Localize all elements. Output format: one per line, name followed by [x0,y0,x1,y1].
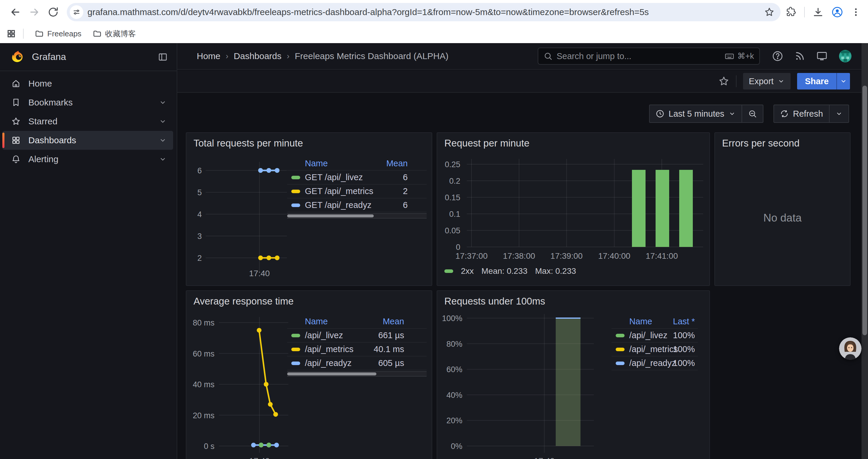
time-range-picker[interactable]: Last 5 minutes [650,105,742,122]
column-header-name[interactable]: Name [305,317,363,326]
site-settings-icon[interactable] [70,5,83,19]
series-swatch [291,348,300,351]
panel-title[interactable]: Request per minute [444,138,529,149]
user-avatar[interactable] [838,49,852,63]
browser-toolbar: grafana.mathmast.com/d/deytv4rwavabkb/fr… [0,0,868,24]
series-mean: 2 [382,186,427,196]
zoom-out-button[interactable] [742,105,763,122]
panel-title[interactable]: Requests under 100ms [444,296,545,307]
series-name[interactable]: /api/_metrics [629,345,665,354]
legend-series-name[interactable]: 2xx [461,266,474,276]
share-button[interactable]: Share [797,73,836,90]
panel-title[interactable]: Average response time [193,296,294,307]
series-swatch [291,190,300,193]
table-row: /api/_readyz 605 µs 620 µs [287,357,427,370]
svg-text:0 s: 0 s [204,442,215,451]
star-dashboard-icon[interactable] [718,76,730,87]
chevron-down-icon [836,110,843,117]
forward-button[interactable] [25,3,44,22]
share-menu-button[interactable] [836,73,850,90]
back-button[interactable] [6,3,25,22]
extensions-icon[interactable] [786,7,797,18]
help-icon[interactable] [772,50,783,62]
series-name[interactable]: GET /api/_livez [305,172,382,182]
svg-text:2: 2 [197,254,202,263]
column-header-name[interactable]: Name [629,317,665,326]
apps-grid-icon[interactable] [6,29,16,38]
page-scrollbar[interactable] [862,43,868,459]
url-text[interactable]: grafana.mathmast.com/d/deytv4rwavabkb/fr… [88,7,764,17]
svg-text:17:40: 17:40 [249,269,270,278]
svg-text:20 ms: 20 ms [193,411,215,420]
series-mean: 661 µs [363,330,404,340]
series-name[interactable]: /api/_livez [629,330,665,340]
bookmark-star-icon[interactable] [764,7,775,18]
bookmarks-bar: Freeleaps 收藏博客 [0,24,868,43]
scrollbar-thumb[interactable] [862,86,867,335]
svg-text:80 ms: 80 ms [193,319,215,327]
refresh-label: Refresh [793,109,823,119]
bookmark-folder-freeleaps[interactable]: Freeleaps [31,27,86,41]
series-name[interactable]: GET /api/_readyz [305,200,382,210]
svg-text:40%: 40% [446,391,462,400]
star-icon [11,117,21,126]
search-input[interactable]: Search or jump to... ⌘+k [538,47,760,65]
dashboard-actions: Export Share [177,70,868,93]
sidebar-item-bookmarks[interactable]: Bookmarks [2,93,173,112]
legend-max: Max: 0.233 [535,266,576,276]
series-name[interactable]: /api/_livez [305,330,363,340]
refresh-interval-button[interactable] [829,105,848,122]
browser-menu-icon[interactable] [851,7,861,17]
chevron-down-icon[interactable] [159,99,167,106]
sidebar-item-home[interactable]: Home [2,74,173,93]
legend-mean: Mean: 0.233 [482,266,528,276]
profile-icon[interactable] [831,6,843,18]
chevron-down-icon[interactable] [159,136,167,144]
sidebar-toggle-icon[interactable] [158,52,168,62]
series-name[interactable]: GET /api/_metrics [305,186,382,196]
svg-text:20%: 20% [446,416,462,425]
news-rss-icon[interactable] [794,51,805,62]
sidebar-item-label: Alerting [28,154,159,164]
breadcrumb-home[interactable]: Home [197,51,220,61]
panel-title[interactable]: Total requests per minute [193,138,303,149]
no-data-message: No data [715,133,850,285]
bookmark-folder-blogs[interactable]: 收藏博客 [89,26,140,41]
reload-icon [48,6,59,18]
svg-text:17:41:00: 17:41:00 [646,251,678,261]
table-scrollbar[interactable] [287,213,427,219]
bookmark-label: Freeleaps [47,29,82,38]
column-header-last[interactable]: Last * [665,317,698,326]
chevron-down-icon[interactable] [159,118,167,125]
table-scrollbar[interactable] [287,371,427,376]
legend-table: Name Mean GET /api/_livez 6 GET /api/_me… [287,157,427,212]
sidebar-item-starred[interactable]: Starred [2,112,173,131]
refresh-button[interactable]: Refresh [774,105,829,122]
series-swatch [444,269,453,273]
breadcrumb-dashboards[interactable]: Dashboards [234,51,282,61]
column-header-mean[interactable]: Mean [363,317,404,326]
svg-text:17:40: 17:40 [249,456,270,459]
export-button[interactable]: Export [743,73,791,90]
sidebar-nav: Home Bookmarks Starred Dashboards Alerti… [0,71,177,169]
chevron-down-icon[interactable] [159,155,167,163]
series-name[interactable]: /api/_metrics [305,345,363,354]
reload-button[interactable] [44,3,63,22]
svg-text:0.25: 0.25 [445,160,460,169]
grafana-logo[interactable] [11,50,25,64]
kiosk-monitor-icon[interactable] [816,50,828,62]
series-name[interactable]: /api/_readyz [305,358,363,368]
sidebar-item-dashboards[interactable]: Dashboards [2,131,173,150]
column-header-last[interactable]: Last * [404,317,427,326]
series-name[interactable]: /api/_readyz [629,358,665,368]
url-bar[interactable]: grafana.mathmast.com/d/deytv4rwavabkb/fr… [67,3,780,21]
refresh-icon [780,109,789,118]
column-header-mean[interactable]: Mean [382,159,427,168]
download-icon[interactable] [812,6,824,18]
sidebar-item-alerting[interactable]: Alerting [2,150,173,169]
breadcrumb-current: Freeleaps Metrics Dashboard (ALPHA) [295,51,448,61]
column-header-name[interactable]: Name [305,159,382,168]
assistant-avatar-widget[interactable] [839,337,862,360]
toolbar-divider [804,7,805,18]
keyboard-icon [724,51,735,61]
